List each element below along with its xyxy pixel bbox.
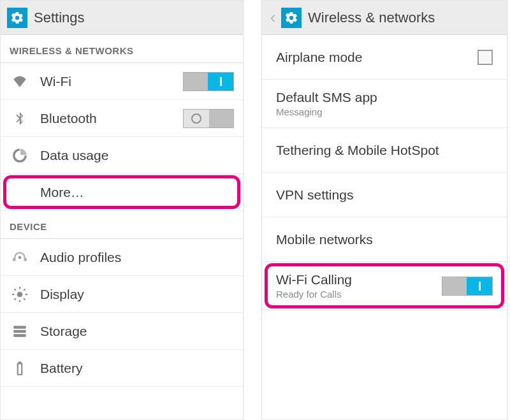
row-sublabel: Messaging [276, 106, 493, 117]
svg-line-8 [15, 298, 16, 300]
wireless-list: Airplane mode Default SMS app Messaging … [262, 35, 507, 419]
storage-icon [10, 321, 30, 342]
wireless-networks-screen: ‹ Wireless & networks Airplane mode Defa… [261, 0, 507, 420]
row-data-usage[interactable]: Data usage [1, 137, 243, 174]
wifi-calling-toggle[interactable] [442, 277, 493, 296]
action-bar: ‹ Wireless & networks [262, 1, 507, 35]
svg-line-7 [24, 298, 25, 300]
settings-list: WIRELESS & NETWORKS Wi-Fi Bluetooth Dat [1, 35, 243, 419]
svg-line-6 [15, 289, 16, 290]
row-airplane-mode[interactable]: Airplane mode [262, 35, 507, 80]
bluetooth-icon [10, 108, 30, 129]
page-title: Wireless & networks [308, 10, 435, 26]
row-label: Airplane mode [276, 50, 477, 65]
data-usage-icon [10, 145, 30, 166]
bluetooth-toggle[interactable] [183, 109, 234, 128]
row-label: Storage [40, 324, 234, 339]
section-header-device: DEVICE [1, 211, 243, 239]
row-battery[interactable]: Battery [1, 350, 243, 387]
action-bar: Settings [1, 1, 243, 35]
svg-point-1 [17, 291, 23, 297]
settings-gear-icon [281, 8, 302, 28]
row-display[interactable]: Display [1, 276, 243, 313]
svg-line-9 [24, 289, 25, 290]
svg-rect-11 [13, 329, 26, 332]
wifi-toggle[interactable] [183, 72, 234, 91]
row-storage[interactable]: Storage [1, 313, 243, 350]
row-bluetooth[interactable]: Bluetooth [1, 100, 243, 137]
svg-point-0 [18, 256, 21, 258]
row-label: Tethering & Mobile HotSpot [276, 143, 493, 158]
wifi-icon [10, 71, 30, 92]
row-mobile-networks[interactable]: Mobile networks [262, 217, 507, 262]
row-label: Display [40, 287, 234, 302]
airplane-checkbox[interactable] [477, 50, 493, 65]
row-label: Audio profiles [40, 250, 234, 265]
row-label: Battery [40, 361, 234, 376]
row-label: Mobile networks [276, 232, 493, 247]
row-vpn-settings[interactable]: VPN settings [262, 173, 507, 217]
row-sublabel: Ready for Calls [276, 289, 442, 300]
display-icon [10, 284, 30, 305]
row-wifi[interactable]: Wi-Fi [1, 63, 243, 100]
row-label: Default SMS app [276, 90, 493, 105]
row-more[interactable]: More… [1, 174, 243, 211]
page-title: Settings [34, 10, 85, 26]
row-label: Bluetooth [40, 111, 183, 126]
row-label: Wi-Fi Calling [276, 272, 442, 287]
settings-screen: Settings WIRELESS & NETWORKS Wi-Fi Bluet… [0, 0, 244, 420]
back-icon[interactable]: ‹ [268, 1, 277, 35]
settings-gear-icon [7, 8, 27, 28]
section-header-wireless: WIRELESS & NETWORKS [1, 35, 243, 63]
svg-rect-12 [13, 334, 26, 337]
svg-rect-10 [13, 326, 26, 328]
row-audio-profiles[interactable]: Audio profiles [1, 239, 243, 276]
row-default-sms[interactable]: Default SMS app Messaging [262, 80, 507, 128]
row-label: VPN settings [276, 187, 493, 203]
row-label: More… [40, 185, 234, 200]
audio-profiles-icon [10, 247, 30, 268]
row-wifi-calling[interactable]: Wi-Fi Calling Ready for Calls [262, 262, 507, 310]
row-label: Wi-Fi [40, 74, 183, 89]
row-tethering[interactable]: Tethering & Mobile HotSpot [262, 128, 507, 173]
battery-icon [10, 358, 30, 379]
row-label: Data usage [40, 148, 234, 163]
